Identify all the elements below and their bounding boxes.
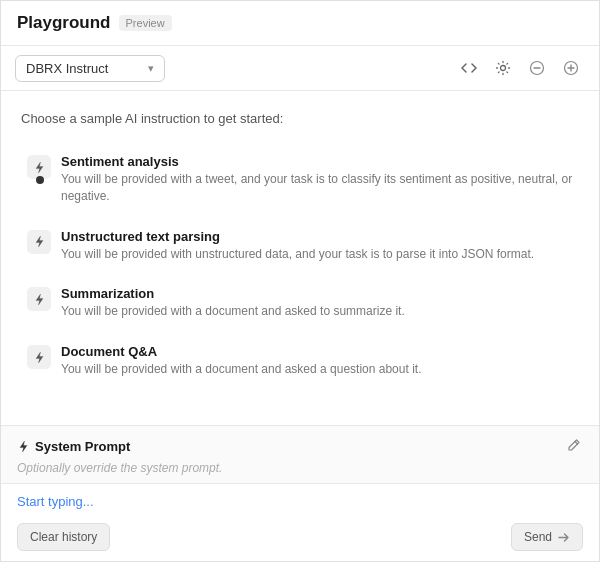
code-button[interactable]: [455, 54, 483, 82]
instruction-desc: You will be provided with a document and…: [61, 303, 573, 320]
chat-input-area: Start typing... Clear history Send: [1, 483, 599, 561]
list-item[interactable]: Summarization You will be provided with …: [17, 274, 583, 332]
send-label: Send: [524, 530, 552, 544]
instruction-content: Unstructured text parsing You will be pr…: [61, 229, 573, 263]
plus-icon: [563, 60, 579, 76]
model-selector[interactable]: DBRX Instruct ▾: [15, 55, 165, 82]
pencil-icon: [567, 438, 581, 452]
instruction-content: Summarization You will be provided with …: [61, 286, 573, 320]
toolbar-actions: [455, 54, 585, 82]
sample-header: Choose a sample AI instruction to get st…: [17, 111, 583, 126]
bolt-icon: [27, 155, 51, 179]
decrease-button[interactable]: [523, 54, 551, 82]
increase-button[interactable]: [557, 54, 585, 82]
app-container: Playground Preview DBRX Instruct ▾: [0, 0, 600, 562]
page-title: Playground: [17, 13, 111, 33]
toolbar: DBRX Instruct ▾: [1, 46, 599, 91]
list-item[interactable]: Unstructured text parsing You will be pr…: [17, 217, 583, 275]
system-prompt-title: System Prompt: [17, 439, 130, 454]
bolt-icon: [27, 287, 51, 311]
edit-system-prompt-button[interactable]: [565, 436, 583, 457]
preview-badge: Preview: [119, 15, 172, 31]
system-prompt-section: System Prompt Optionally override the sy…: [1, 425, 599, 483]
instruction-list: Sentiment analysis You will be provided …: [17, 142, 583, 390]
list-item[interactable]: Sentiment analysis You will be provided …: [17, 142, 583, 217]
minus-icon: [529, 60, 545, 76]
model-name: DBRX Instruct: [26, 61, 140, 76]
instruction-content: Sentiment analysis You will be provided …: [61, 154, 573, 205]
instruction-desc: You will be provided with a document and…: [61, 361, 573, 378]
send-arrow-icon: [557, 531, 570, 544]
instruction-title: Summarization: [61, 286, 573, 301]
system-prompt-placeholder: Optionally override the system prompt.: [17, 461, 583, 475]
instruction-title: Sentiment analysis: [61, 154, 573, 169]
instruction-desc: You will be provided with a tweet, and y…: [61, 171, 573, 205]
bolt-icon: [27, 230, 51, 254]
clear-history-button[interactable]: Clear history: [17, 523, 110, 551]
system-prompt-header: System Prompt: [17, 436, 583, 457]
list-item[interactable]: Document Q&A You will be provided with a…: [17, 332, 583, 390]
instruction-content: Document Q&A You will be provided with a…: [61, 344, 573, 378]
instruction-title: Document Q&A: [61, 344, 573, 359]
chat-input[interactable]: Start typing...: [17, 494, 583, 509]
chevron-down-icon: ▾: [148, 62, 154, 75]
chat-actions: Clear history Send: [17, 523, 583, 551]
gear-icon: [495, 60, 511, 76]
bolt-icon: [17, 440, 30, 453]
code-icon: [461, 60, 477, 76]
send-button[interactable]: Send: [511, 523, 583, 551]
header: Playground Preview: [1, 1, 599, 46]
bolt-icon: [27, 345, 51, 369]
svg-point-0: [501, 66, 506, 71]
instruction-title: Unstructured text parsing: [61, 229, 573, 244]
main-content: Choose a sample AI instruction to get st…: [1, 91, 599, 425]
instruction-desc: You will be provided with unstructured d…: [61, 246, 573, 263]
settings-button[interactable]: [489, 54, 517, 82]
